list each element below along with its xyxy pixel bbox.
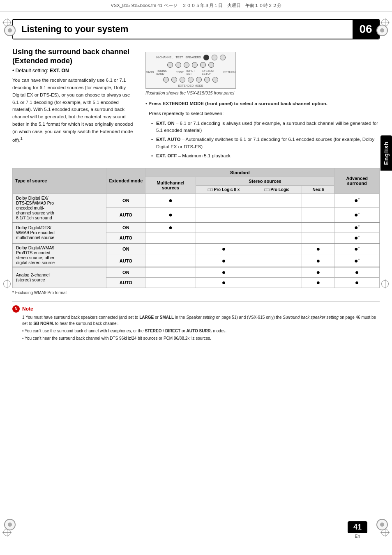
page-header: Listening to your system 06 (12, 19, 380, 39)
cell-pl-on-2 (252, 222, 302, 233)
cell-neo-auto-3: ● (302, 255, 334, 267)
cell-pl-auto-1 (252, 208, 302, 222)
mode-auto-3: AUTO (106, 255, 145, 267)
cell-multi-auto-3 (145, 255, 196, 267)
page-footer: 41 En (348, 521, 367, 539)
table-row: Analog 2-channel(stereo) source ON ● ● ● (13, 267, 380, 278)
cell-multi-auto-2 (145, 233, 196, 243)
option-ext-auto-text: EXT. AUTO – Automatically switches to 6.… (156, 136, 380, 151)
col-stereo-sources: Stereo sources (196, 177, 334, 185)
left-column: Using the surround back channel (Extende… (12, 48, 136, 161)
topbar-text: VSX_815-915.book.fm 41 ページ ２００５年３月１日 火曜日… (111, 2, 281, 9)
cell-adv-on-4: ● (334, 267, 380, 278)
language-tab-text: English (383, 141, 390, 165)
source-label-1: Dolby Digital EX/DTS-ES/WMA9 Proencoded … (13, 193, 106, 222)
device-illustration: IN CHANNEL TEST SPEAKERS BAND (145, 52, 236, 89)
default-setting-value: EXT. ON (50, 68, 69, 74)
footnote-ref: 1 (21, 136, 23, 140)
page-title: Listening to your system (13, 20, 353, 39)
cell-neo-on-2 (302, 222, 334, 233)
cell-multi-on-2: ● (145, 222, 196, 233)
cell-pl-auto-4 (252, 277, 302, 288)
source-label-2: Dolby Digital/DTS/WMA9 Pro encodedmultic… (13, 222, 106, 243)
page-title-text: Listening to your system (21, 24, 128, 35)
section-body: You can have the receiver automatically … (12, 77, 136, 144)
col-extended-mode: Extended mode (106, 168, 145, 193)
reg-mark-mr (380, 279, 390, 288)
corner-bl (4, 519, 16, 530)
cell-plx-on-4: ● (196, 267, 252, 278)
section-title: Using the surround back channel (Extende… (12, 48, 136, 65)
corner-br (376, 519, 388, 530)
press-sub: Press repeatedly to select between: (149, 110, 380, 117)
col-neo6: Neo:6 (302, 185, 334, 193)
corner-tr (376, 25, 388, 36)
main-content: Using the surround back channel (Extende… (12, 48, 380, 161)
cell-multi-auto-1: ● (145, 208, 196, 222)
source-label-4: Analog 2-channel(stereo) source (13, 267, 106, 288)
note-title: Note (22, 306, 33, 312)
cell-plx-auto-1 (196, 208, 252, 222)
cell-pl-on-3 (252, 243, 302, 255)
note-icon: N (12, 305, 20, 313)
cell-neo-on-3: ● (302, 243, 334, 255)
cell-pl-on-1 (252, 193, 302, 207)
mode-auto-4: AUTO (106, 277, 145, 288)
cell-neo-on-1 (302, 193, 334, 207)
page-number: 41 (348, 521, 367, 533)
col-pro-logic-iix: □□ Pro Logic II x (196, 185, 252, 193)
cell-plx-on-1 (196, 193, 252, 207)
table-row: Dolby Digital EX/DTS-ES/WMA9 Proencoded … (13, 193, 380, 207)
cell-adv-auto-3: ●* (334, 255, 380, 267)
cell-adv-auto-1: ●* (334, 208, 380, 222)
cell-plx-on-3: ● (196, 243, 252, 255)
cell-plx-auto-4: ● (196, 277, 252, 288)
note-text-3: • You can't hear the surround back chann… (22, 335, 380, 341)
source-label-3: Dolby Digital/WMA9Pro/DTS encodedstereo … (13, 243, 106, 267)
mode-on-4: ON (106, 267, 145, 278)
body-text-1: You can have the receiver automatically … (12, 78, 133, 142)
note-header: N Note (12, 305, 380, 313)
cell-neo-auto-2 (302, 233, 334, 243)
cell-adv-auto-4: ● (334, 277, 380, 288)
press-instruction-text: Press EXTENDED MODE (front panel) to sel… (148, 101, 327, 106)
note-text-1: 1 You must have surround back speakers c… (22, 314, 380, 327)
cell-multi-on-4 (145, 267, 196, 278)
table-row: Dolby Digital/WMA9Pro/DTS encodedstereo … (13, 243, 380, 255)
cell-pl-auto-2 (252, 233, 302, 243)
option-ext-on: EXT. ON – 6.1 or 7.1 decoding is always … (151, 120, 380, 135)
surround-table: Type of source Extended mode Standard Ad… (12, 168, 380, 288)
option-ext-auto: EXT. AUTO – Automatically switches to 6.… (151, 136, 380, 151)
option-ext-off: EXT. OFF – Maximum 5.1 playback (151, 152, 380, 160)
press-instruction: • Press EXTENDED MODE (front panel) to s… (145, 100, 380, 108)
options-list: EXT. ON – 6.1 or 7.1 decoding is always … (151, 120, 380, 160)
col-type-of-source: Type of source (13, 168, 106, 193)
cell-multi-on-3 (145, 243, 196, 255)
cell-adv-on-2: ●* (334, 222, 380, 233)
table-row: Dolby Digital/DTS/WMA9 Pro encodedmultic… (13, 222, 380, 233)
col-pro-logic: □□ Pro Logic (252, 185, 302, 193)
illustration-caption: Illustration shows the VSX-815/915 front… (145, 90, 380, 95)
cell-adv-on-1: ●* (334, 193, 380, 207)
col-advanced-surround: Advanced surround (334, 168, 380, 193)
col-multichannel: Multichannel sources (145, 177, 196, 193)
right-column: IN CHANNEL TEST SPEAKERS BAND (145, 48, 380, 161)
cell-neo-auto-4: ● (302, 277, 334, 288)
default-setting: • Default setting: EXT. ON (12, 68, 136, 74)
mode-auto-2: AUTO (106, 233, 145, 243)
top-bar: VSX_815-915.book.fm 41 ページ ２００５年３月１日 火曜日… (0, 0, 392, 12)
table-section: Type of source Extended mode Standard Ad… (12, 168, 380, 288)
chapter-number: 06 (353, 20, 379, 39)
cell-adv-on-3: ●* (334, 243, 380, 255)
cell-neo-on-4: ● (302, 267, 334, 278)
option-ext-off-text: EXT. OFF – Maximum 5.1 playback (156, 152, 231, 160)
note-text-2: • You can't use the surround back channe… (22, 328, 380, 334)
cell-pl-on-4 (252, 267, 302, 278)
page-lang: En (348, 534, 367, 539)
cell-plx-auto-3: ● (196, 255, 252, 267)
mode-on-2: ON (106, 222, 145, 233)
cell-adv-auto-2: ●* (334, 233, 380, 243)
table-footnote: * Excluding WMA9 Pro format (12, 290, 380, 295)
option-ext-on-text: EXT. ON – 6.1 or 7.1 decoding is always … (156, 120, 380, 135)
cell-multi-on-1: ● (145, 193, 196, 207)
